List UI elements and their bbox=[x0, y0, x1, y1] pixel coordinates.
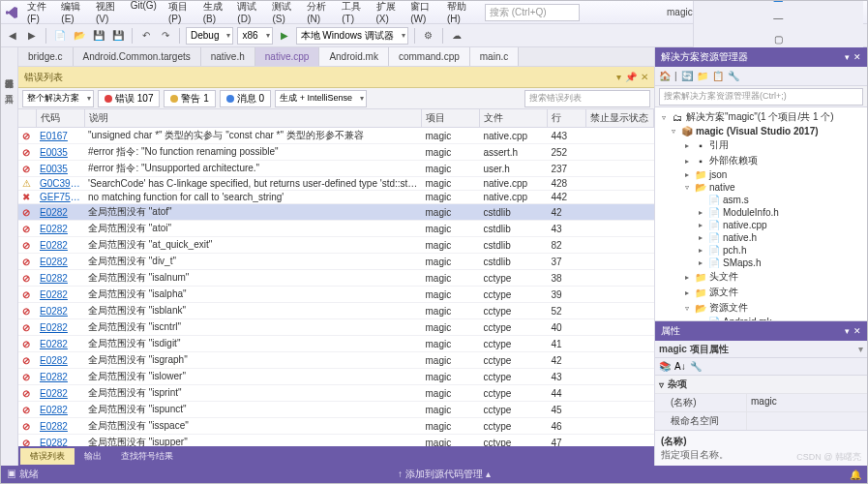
undo-icon[interactable]: ↶ bbox=[138, 28, 154, 44]
dropdown-icon[interactable]: ▾ bbox=[845, 326, 850, 336]
error-row[interactable]: ⊘E0282全局范围没有 "islower"magiccctype43 bbox=[18, 369, 654, 385]
menu-item[interactable]: 文件(F) bbox=[22, 0, 54, 26]
doc-tab[interactable]: main.c bbox=[470, 47, 519, 66]
alpha-sort-icon[interactable]: A↓ bbox=[674, 361, 686, 372]
doc-tab[interactable]: native.cpp bbox=[255, 47, 320, 66]
properties-icon[interactable]: 🔧 bbox=[728, 71, 739, 81]
show-all-icon[interactable]: 📋 bbox=[712, 71, 724, 81]
config-combo[interactable]: Debug bbox=[186, 27, 233, 45]
tab-error-list[interactable]: 错误列表 bbox=[20, 448, 75, 465]
tab-output[interactable]: 输出 bbox=[75, 448, 111, 465]
file-moduleinfo[interactable]: ▸📄ModuleInfo.h bbox=[659, 206, 863, 219]
solution-node[interactable]: ▿🗂解决方案"magic"(1 个项目/共 1 个) bbox=[659, 109, 863, 125]
error-row[interactable]: ⊘E0282全局范围没有 "isalnum"magiccctype38 bbox=[18, 270, 654, 287]
error-row[interactable]: ⊘E0282全局范围没有 "at_quick_exit"magiccstdlib… bbox=[18, 237, 654, 254]
menu-item[interactable]: 调试(D) bbox=[232, 0, 265, 26]
close-icon[interactable]: ✕ bbox=[853, 326, 861, 336]
col-code[interactable]: 代码 bbox=[36, 109, 84, 128]
menu-item[interactable]: 扩展(X) bbox=[372, 0, 404, 26]
folder-json[interactable]: ▸📁json bbox=[659, 168, 863, 181]
nav-back-icon[interactable]: ◀ bbox=[5, 28, 20, 44]
menu-item[interactable]: 编辑(E) bbox=[56, 0, 89, 26]
prop-namespace[interactable]: 根命名空间 bbox=[655, 412, 867, 430]
wrench-icon[interactable]: 🔧 bbox=[690, 361, 702, 372]
error-row[interactable]: ⊘E0282全局范围没有 "atoi"magiccstdlib43 bbox=[18, 221, 654, 237]
folder-sources[interactable]: ▸📁源文件 bbox=[659, 285, 863, 300]
folder-native[interactable]: ▿📂native bbox=[659, 181, 863, 194]
project-node[interactable]: ▿📦magic (Visual Studio 2017) bbox=[659, 125, 863, 137]
collapse-icon[interactable]: ▿ bbox=[659, 379, 664, 390]
col-line[interactable]: 行 bbox=[548, 109, 586, 128]
close-panel-icon[interactable]: ✕ bbox=[641, 72, 648, 82]
col-desc[interactable]: 说明 bbox=[84, 109, 422, 128]
error-row[interactable]: ⊘E0282全局范围没有 "iscntrl"magiccctype40 bbox=[18, 319, 654, 336]
error-table[interactable]: 代码 说明 项目 文件 行 禁止显示状态 ⊘E0167"unsigned cha… bbox=[18, 109, 654, 446]
error-row[interactable]: ⊘E0282全局范围没有 "isupper"magiccctype47 bbox=[18, 435, 654, 447]
folder-resources[interactable]: ▿📂资源文件 bbox=[659, 300, 863, 316]
error-row[interactable]: ⊘E0282全局范围没有 "ispunct"magiccctype45 bbox=[18, 402, 654, 418]
run-icon[interactable]: ▶ bbox=[277, 28, 292, 44]
prop-name[interactable]: (名称)magic bbox=[655, 394, 867, 412]
menu-item[interactable]: 生成(B) bbox=[198, 0, 231, 26]
menu-item[interactable]: 工具(T) bbox=[337, 0, 369, 26]
account-icon[interactable]: 👤 bbox=[763, 0, 793, 5]
error-row[interactable]: ⊘E0282全局范围没有 "isspace"magiccctype46 bbox=[18, 418, 654, 435]
file-nativecpp[interactable]: ▸📄native.cpp bbox=[659, 219, 863, 231]
scope-combo[interactable]: 整个解决方案 bbox=[22, 90, 94, 107]
server-explorer-tab[interactable]: 服务器资源管理器 bbox=[3, 67, 15, 78]
col-file[interactable]: 文件 bbox=[480, 109, 548, 128]
col-suppress[interactable]: 禁止显示状态 bbox=[586, 109, 654, 128]
menu-item[interactable]: 项目(P) bbox=[164, 0, 196, 26]
file-asm[interactable]: 📄asm.s bbox=[659, 194, 863, 206]
menu-item[interactable]: 测试(S) bbox=[267, 0, 300, 26]
home-icon[interactable]: 🏠 bbox=[659, 71, 671, 81]
global-search[interactable]: 搜索 (Ctrl+Q) bbox=[485, 4, 580, 21]
error-row[interactable]: ✖GEF7555no matching function for call to… bbox=[18, 191, 654, 204]
error-row[interactable]: ⊘E0282全局范围没有 "isalpha"magiccctype39 bbox=[18, 287, 654, 303]
minimize-button[interactable]: — bbox=[763, 11, 793, 26]
error-search[interactable]: 搜索错误列表 bbox=[524, 90, 650, 107]
errors-pill[interactable]: 错误 107 bbox=[98, 90, 160, 107]
run-target[interactable]: 本地 Windows 调试器 bbox=[296, 27, 408, 45]
error-row[interactable]: ⊘E0282全局范围没有 "isdigit"magiccctype41 bbox=[18, 336, 654, 352]
solution-tree[interactable]: ▿🗂解决方案"magic"(1 个项目/共 1 个) ▿📦magic (Visu… bbox=[655, 107, 867, 320]
menu-item[interactable]: Git(G) bbox=[126, 0, 162, 26]
error-row[interactable]: ⊘E0282全局范围没有 "atof"magiccstdlib42 bbox=[18, 204, 654, 221]
error-row[interactable]: ⚠G0C3942'SearchCode' has C-linkage speci… bbox=[18, 177, 654, 191]
misc-icon[interactable]: ⚙ bbox=[421, 28, 436, 44]
error-row[interactable]: ⊘E0282全局范围没有 "isblank"magiccctype52 bbox=[18, 303, 654, 319]
folder-headers[interactable]: ▸📁头文件 bbox=[659, 269, 863, 285]
doc-tab[interactable]: command.cpp bbox=[389, 47, 470, 66]
tab-find-symbols[interactable]: 查找符号结果 bbox=[111, 448, 183, 465]
file-smapsh[interactable]: ▸📄SMaps.h bbox=[659, 257, 863, 269]
menu-item[interactable]: 帮助(H) bbox=[442, 0, 475, 26]
new-icon[interactable]: 📄 bbox=[52, 28, 68, 44]
col-icon[interactable] bbox=[18, 109, 36, 128]
pin-icon[interactable]: 📌 bbox=[625, 72, 637, 82]
redo-icon[interactable]: ↷ bbox=[158, 28, 173, 44]
status-scm[interactable]: ↑ 添加到源代码管理 ▴ bbox=[398, 468, 491, 481]
file-pchh[interactable]: ▸📄pch.h bbox=[659, 244, 863, 257]
open-icon[interactable]: 📂 bbox=[72, 28, 87, 44]
refresh-icon[interactable]: 🔄 bbox=[681, 71, 693, 81]
refs-node[interactable]: ▸▪引用 bbox=[659, 137, 863, 153]
cloud-icon[interactable]: ☁ bbox=[449, 28, 464, 44]
solution-search[interactable]: 搜索解决方案资源管理器(Ctrl+;) bbox=[659, 88, 863, 106]
dropdown-icon[interactable]: ▾ bbox=[845, 52, 850, 62]
col-proj[interactable]: 项目 bbox=[422, 109, 480, 128]
maximize-button[interactable]: ▢ bbox=[763, 32, 793, 47]
error-row[interactable]: ⊘E0167"unsigned char *" 类型的实参与 "const ch… bbox=[18, 128, 654, 144]
collapse-icon[interactable]: 📁 bbox=[697, 71, 708, 81]
platform-combo[interactable]: x86 bbox=[237, 27, 272, 45]
doc-tab[interactable]: Android.Common.targets bbox=[74, 47, 201, 66]
dropdown-icon[interactable]: ▾ bbox=[616, 72, 621, 82]
status-bell-icon[interactable]: 🔔 bbox=[850, 469, 861, 480]
error-row[interactable]: ⊘E0282全局范围没有 "isprint"magiccctype44 bbox=[18, 385, 654, 402]
messages-pill[interactable]: 消息 0 bbox=[220, 90, 271, 107]
warnings-pill[interactable]: 警告 1 bbox=[164, 90, 215, 107]
error-row[interactable]: ⊘E0282全局范围没有 "isgraph"magiccctype42 bbox=[18, 352, 654, 369]
doc-tab[interactable]: bridge.c bbox=[18, 47, 74, 66]
file-nativeh[interactable]: ▸📄native.h bbox=[659, 231, 863, 244]
doc-tab[interactable]: Android.mk bbox=[319, 47, 389, 66]
doc-tab[interactable]: native.h bbox=[201, 47, 255, 66]
